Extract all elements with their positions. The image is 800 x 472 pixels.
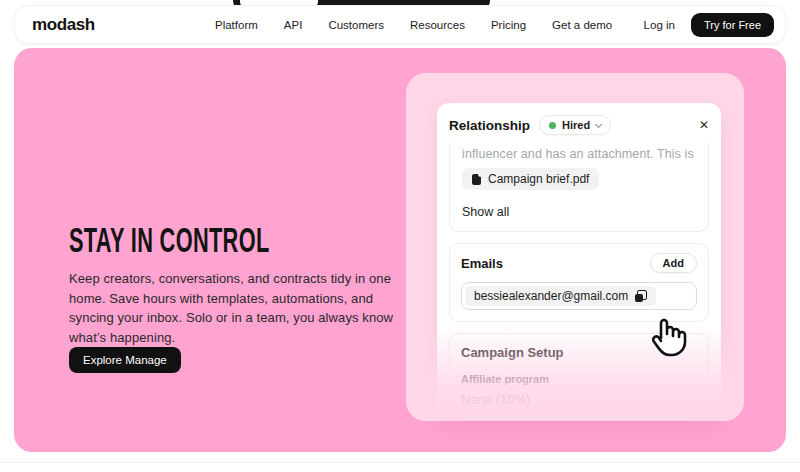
nav-item-resources[interactable]: Resources: [410, 19, 465, 31]
email-preview-section: influencer and has an attachment. This i…: [449, 142, 709, 232]
login-link[interactable]: Log in: [644, 19, 675, 31]
header-actions: Log in Try for Free: [644, 13, 774, 37]
add-email-button[interactable]: Add: [650, 253, 697, 273]
section-divider: [0, 462, 800, 463]
show-all-link[interactable]: Show all: [462, 205, 696, 219]
nav-item-get-a-demo[interactable]: Get a demo: [552, 19, 612, 31]
email-value: bessiealexander@gmail.com: [474, 289, 628, 303]
campaign-setup-section: Campaign Setup Affiliate program Nano (1…: [449, 333, 709, 421]
emails-header-row: Emails Add: [461, 253, 697, 273]
hero-heading: STAY IN CONTROL: [69, 220, 270, 261]
campaign-setup-title: Campaign Setup: [461, 345, 697, 360]
attachment-chip[interactable]: Campaign brief.pdf: [462, 168, 599, 190]
hero-paragraph: Keep creators, conversations, and contra…: [69, 269, 401, 347]
status-dropdown[interactable]: Hired: [539, 115, 611, 135]
copy-icon[interactable]: [635, 290, 647, 302]
hero-section: STAY IN CONTROL Keep creators, conversat…: [14, 48, 786, 452]
file-icon: [472, 174, 481, 185]
card-backdrop-panel: Relationship Hired ✕ influencer and has …: [406, 73, 744, 421]
affiliate-program-value: Nano (10%): [461, 392, 697, 407]
email-chip: bessiealexander@gmail.com: [465, 286, 656, 306]
relationship-card: Relationship Hired ✕ influencer and has …: [437, 103, 721, 421]
site-header: modash Platform API Customers Resources …: [14, 5, 786, 44]
attachment-name: Campaign brief.pdf: [488, 172, 589, 186]
relationship-title: Relationship: [449, 118, 530, 133]
nav-item-customers[interactable]: Customers: [328, 19, 384, 31]
emails-section: Emails Add bessiealexander@gmail.com: [449, 243, 709, 322]
affiliate-program-label: Affiliate program: [461, 373, 697, 385]
nav-item-platform[interactable]: Platform: [215, 19, 258, 31]
main-nav: Platform API Customers Resources Pricing…: [215, 19, 612, 31]
logo[interactable]: modash: [32, 15, 95, 35]
relationship-card-header: Relationship Hired ✕: [449, 113, 709, 137]
chevron-down-icon: [595, 120, 602, 127]
status-dot-icon: [549, 122, 556, 129]
email-input[interactable]: bessiealexander@gmail.com: [461, 282, 697, 310]
page: modash Platform API Customers Resources …: [0, 0, 800, 472]
status-label: Hired: [562, 119, 590, 131]
try-for-free-button[interactable]: Try for Free: [691, 13, 774, 37]
explore-manage-button[interactable]: Explore Manage: [69, 347, 181, 373]
close-icon[interactable]: ✕: [699, 119, 709, 131]
nav-item-api[interactable]: API: [284, 19, 303, 31]
email-preview-text: influencer and has an attachment. This i…: [462, 147, 696, 161]
emails-title: Emails: [461, 256, 503, 271]
nav-item-pricing[interactable]: Pricing: [491, 19, 526, 31]
